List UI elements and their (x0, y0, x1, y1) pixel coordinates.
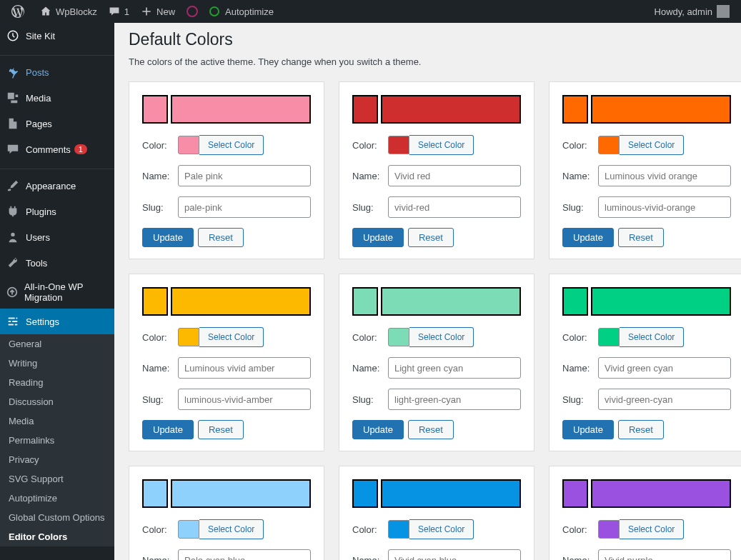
color-card: Color: Select Color Name: Slug: Update R… (339, 274, 534, 451)
admin-bar: WpBlockz 1 New Autoptimize Howdy, admin (0, 0, 741, 23)
submenu-discussion[interactable]: Discussion (0, 392, 114, 411)
slug-input[interactable] (178, 389, 311, 410)
reset-button[interactable]: Reset (618, 420, 664, 439)
my-account[interactable]: Howdy, admin (649, 0, 735, 23)
name-input[interactable] (178, 357, 311, 379)
color-chip[interactable] (598, 328, 620, 346)
color-label: Color: (352, 524, 388, 535)
menu-label: Tools (26, 258, 47, 269)
comment-icon (109, 6, 120, 17)
update-button[interactable]: Update (352, 420, 404, 439)
menu-settings[interactable]: Settings (0, 309, 114, 334)
select-color-button[interactable]: Select Color (409, 135, 474, 155)
name-input[interactable] (388, 549, 521, 560)
avatar (717, 5, 730, 18)
wordpress-icon (11, 5, 24, 18)
slug-input[interactable] (388, 196, 521, 218)
reset-button[interactable]: Reset (198, 228, 244, 247)
update-button[interactable]: Update (562, 228, 614, 247)
submenu-reading[interactable]: Reading (0, 373, 114, 392)
autoptimize-link[interactable]: Autoptimize (204, 0, 279, 23)
update-button[interactable]: Update (142, 228, 194, 247)
swatch-large (381, 287, 521, 316)
name-label: Name: (142, 363, 178, 374)
slug-label: Slug: (352, 394, 388, 405)
name-label: Name: (562, 363, 598, 374)
menu-pages[interactable]: Pages (0, 111, 114, 136)
menu-users[interactable]: Users (0, 224, 114, 250)
update-button[interactable]: Update (562, 420, 614, 439)
menu-label: Posts (26, 67, 49, 78)
color-chip[interactable] (388, 136, 409, 154)
name-input[interactable] (598, 357, 731, 379)
update-button[interactable]: Update (142, 420, 194, 439)
color-card: Color: Select Color Name: Slug: Update R… (129, 274, 324, 451)
name-input[interactable] (598, 549, 731, 560)
menu-comments[interactable]: Comments 1 (0, 136, 114, 162)
name-input[interactable] (178, 165, 311, 186)
submenu-permalinks[interactable]: Permalinks (0, 431, 114, 450)
reset-button[interactable]: Reset (618, 228, 664, 247)
select-color-button[interactable]: Select Color (199, 519, 264, 539)
select-color-button[interactable]: Select Color (409, 519, 474, 539)
name-label: Name: (352, 555, 388, 561)
wp-logo[interactable] (6, 0, 34, 23)
submenu-svg[interactable]: SVG Support (0, 469, 114, 489)
menu-plugins[interactable]: Plugins (0, 199, 114, 224)
submenu-autoptimize[interactable]: Autoptimize (0, 489, 114, 508)
slug-input[interactable] (598, 389, 731, 410)
page-title: Default Colors (129, 30, 727, 49)
name-input[interactable] (178, 549, 311, 560)
color-label: Color: (142, 524, 178, 535)
color-chip[interactable] (178, 328, 199, 346)
color-chip[interactable] (598, 136, 620, 154)
select-color-button[interactable]: Select Color (620, 327, 684, 347)
menu-posts[interactable]: Posts (0, 59, 114, 85)
name-label: Name: (562, 555, 598, 561)
select-color-button[interactable]: Select Color (620, 519, 684, 539)
site-name-link[interactable]: WpBlockz (34, 0, 103, 23)
update-button[interactable]: Update (352, 228, 404, 247)
slug-input[interactable] (388, 389, 521, 410)
site-name-text: WpBlockz (56, 6, 97, 17)
submenu-editor-colors[interactable]: Editor Colors (0, 527, 114, 546)
new-content-link[interactable]: New (135, 0, 181, 23)
reset-button[interactable]: Reset (198, 420, 244, 439)
submenu-writing[interactable]: Writing (0, 354, 114, 373)
menu-migration[interactable]: All-in-One WP Migration (0, 276, 114, 309)
menu-label: Users (26, 232, 50, 243)
swatch-large (171, 95, 311, 124)
color-chip[interactable] (598, 520, 620, 539)
menu-media[interactable]: Media (0, 85, 114, 111)
submenu-privacy[interactable]: Privacy (0, 450, 114, 469)
menu-site-kit[interactable]: Site Kit (0, 23, 114, 49)
slug-input[interactable] (598, 196, 731, 218)
comments-link[interactable]: 1 (103, 0, 135, 23)
svg-rect-4 (16, 318, 18, 319)
select-color-button[interactable]: Select Color (409, 327, 474, 347)
name-input[interactable] (598, 165, 731, 186)
new-label: New (156, 6, 175, 17)
menu-appearance[interactable]: Appearance (0, 173, 114, 199)
color-grid: Color: Select Color Name: Slug: Update R… (129, 81, 727, 560)
submenu-general[interactable]: General (0, 334, 114, 354)
select-color-button[interactable]: Select Color (620, 135, 684, 155)
autoptimize-label: Autoptimize (225, 6, 274, 17)
slug-input[interactable] (178, 196, 311, 218)
submenu-media[interactable]: Media (0, 411, 114, 431)
select-color-button[interactable]: Select Color (199, 135, 264, 155)
submenu-global-custom[interactable]: Global Custom Options (0, 508, 114, 527)
swatch-large (591, 287, 731, 316)
name-input[interactable] (388, 165, 521, 186)
select-color-button[interactable]: Select Color (199, 327, 264, 347)
color-chip[interactable] (178, 136, 199, 154)
color-chip[interactable] (388, 328, 409, 346)
swatch-small (142, 479, 168, 508)
menu-tools[interactable]: Tools (0, 250, 114, 276)
yoast-link[interactable] (181, 0, 204, 23)
reset-button[interactable]: Reset (408, 420, 454, 439)
reset-button[interactable]: Reset (408, 228, 454, 247)
color-chip[interactable] (178, 520, 199, 539)
color-chip[interactable] (388, 520, 409, 539)
name-input[interactable] (388, 357, 521, 379)
